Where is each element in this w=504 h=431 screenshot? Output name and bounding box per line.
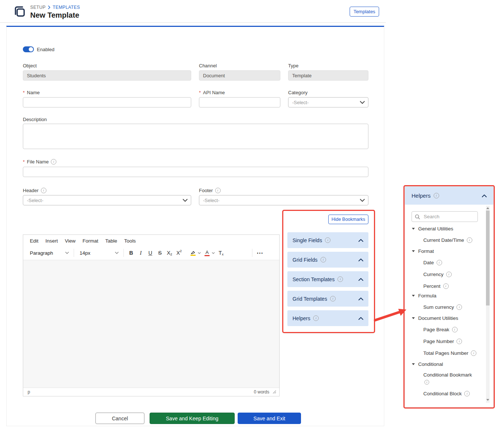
- highlight-color-button[interactable]: [188, 248, 198, 258]
- info-icon[interactable]: [437, 260, 442, 265]
- description-textarea[interactable]: [23, 124, 368, 149]
- editor-toolbar: Paragraph 14px B I U S X2 X2: [23, 246, 279, 260]
- header-divider: [0, 22, 386, 23]
- menu-insert[interactable]: Insert: [45, 238, 58, 244]
- helpers-panel-header[interactable]: Helpers: [405, 187, 493, 205]
- header-select[interactable]: -Select-: [23, 195, 191, 205]
- tree-item-label: Sum currency: [423, 304, 454, 310]
- chevron-down-icon[interactable]: [212, 252, 215, 254]
- tree-item-sum-currency[interactable]: Sum currency: [423, 304, 462, 310]
- superscript-button[interactable]: X2: [174, 248, 184, 258]
- info-icon[interactable]: [464, 391, 470, 396]
- editor-content[interactable]: [23, 260, 279, 388]
- more-tools-button[interactable]: ⋯: [255, 248, 265, 258]
- accordion-label: Grid Fields: [293, 257, 318, 263]
- tree-item-date[interactable]: Date: [423, 260, 442, 265]
- search-icon: [415, 214, 420, 219]
- scrollbar-thumb[interactable]: [486, 211, 490, 305]
- caret-down-icon: [412, 317, 415, 319]
- tree-item-label: Page Break: [423, 327, 449, 332]
- breadcrumb-templates-link[interactable]: TEMPLATES: [53, 5, 80, 10]
- accordion-helpers[interactable]: Helpers: [287, 310, 368, 326]
- info-icon[interactable]: [471, 350, 476, 356]
- tree-item-percent[interactable]: Percent: [423, 283, 449, 289]
- strikethrough-button[interactable]: S: [155, 248, 165, 258]
- chevron-up-icon: [358, 258, 363, 261]
- category-select[interactable]: -Select-: [288, 97, 368, 107]
- info-icon[interactable]: [456, 304, 462, 310]
- subscript-button[interactable]: X2: [165, 248, 174, 258]
- marker-pen-icon: [190, 250, 196, 254]
- bold-button[interactable]: B: [126, 248, 136, 258]
- tree-group-general-utilities[interactable]: General Utilities: [412, 226, 453, 232]
- tree-item-conditional-bookmark[interactable]: Conditional Bookmark: [423, 372, 472, 378]
- info-icon[interactable]: [41, 188, 46, 193]
- tree-group-label: Conditional: [418, 361, 443, 367]
- menu-edit[interactable]: Edit: [30, 238, 38, 244]
- info-icon[interactable]: [325, 237, 330, 243]
- channel-input: [199, 70, 280, 81]
- tree-item-total-pages-number[interactable]: Total Pages Number: [423, 350, 476, 356]
- accordion-label: Helpers: [293, 315, 310, 321]
- tree-item-conditional-block[interactable]: Conditional Block: [423, 391, 470, 396]
- tree-item-label: Page Number: [423, 339, 454, 344]
- info-icon[interactable]: [51, 159, 56, 165]
- helpers-search-input[interactable]: [423, 213, 475, 220]
- enabled-toggle[interactable]: [23, 46, 34, 52]
- accordion-grid-templates[interactable]: Grid Templates: [287, 291, 368, 307]
- text-color-letter: A: [206, 250, 209, 255]
- italic-button[interactable]: I: [136, 248, 146, 258]
- tree-group-document-utilities[interactable]: Document Utilities: [412, 315, 458, 321]
- info-icon[interactable]: [330, 296, 336, 301]
- tree-group-format[interactable]: Format: [412, 248, 434, 254]
- info-icon[interactable]: [446, 272, 452, 277]
- tree-item-page-break[interactable]: Page Break: [423, 327, 458, 332]
- tree-item-current-date-time[interactable]: Current Date/Time: [423, 237, 472, 243]
- api-name-input[interactable]: [199, 97, 280, 107]
- info-icon[interactable]: [452, 327, 458, 332]
- clear-formatting-button[interactable]: Tx: [216, 248, 226, 258]
- info-icon[interactable]: [456, 339, 462, 344]
- underline-button[interactable]: U: [146, 248, 155, 258]
- resize-handle-icon[interactable]: [273, 390, 276, 394]
- superscript-base: X: [176, 250, 180, 256]
- save-and-keep-editing-button[interactable]: Save and Keep Editing: [150, 413, 235, 424]
- tree-group-formula[interactable]: Formula: [412, 293, 437, 298]
- tree-item-page-number[interactable]: Page Number: [423, 339, 462, 344]
- menu-format[interactable]: Format: [83, 238, 98, 244]
- block-format-dropdown[interactable]: Paragraph: [27, 248, 71, 258]
- accordion-grid-fields[interactable]: Grid Fields: [287, 252, 368, 268]
- chevron-down-icon[interactable]: [198, 252, 201, 254]
- font-size-value: 14px: [80, 250, 90, 256]
- chevron-up-icon: [358, 297, 363, 300]
- text-color-button[interactable]: A: [202, 248, 212, 258]
- info-icon[interactable]: [313, 315, 319, 321]
- info-icon[interactable]: [434, 193, 439, 198]
- font-size-dropdown[interactable]: 14px: [77, 248, 121, 258]
- scrollbar-down-arrow[interactable]: [486, 399, 489, 401]
- file-name-input[interactable]: [23, 167, 368, 177]
- chevron-down-icon: [183, 199, 188, 202]
- info-icon[interactable]: [337, 276, 343, 282]
- templates-button[interactable]: Templates: [350, 7, 379, 17]
- info-icon[interactable]: [215, 188, 221, 193]
- info-icon[interactable]: [467, 237, 472, 243]
- info-icon[interactable]: [443, 283, 449, 289]
- tree-item-currency[interactable]: Currency: [423, 272, 452, 277]
- info-icon[interactable]: [424, 380, 429, 385]
- scrollbar-up-arrow[interactable]: [486, 207, 489, 209]
- cancel-button[interactable]: Cancel: [95, 413, 144, 424]
- accordion-section-templates[interactable]: Section Templates: [287, 271, 368, 287]
- hide-bookmarks-button[interactable]: Hide Bookmarks: [328, 215, 368, 224]
- menu-view[interactable]: View: [65, 238, 76, 244]
- menu-table[interactable]: Table: [105, 238, 117, 244]
- breadcrumb-setup[interactable]: SETUP: [30, 5, 46, 10]
- info-icon[interactable]: [321, 257, 326, 262]
- name-input[interactable]: [23, 97, 191, 107]
- tree-group-conditional[interactable]: Conditional: [412, 361, 443, 367]
- enabled-label: Enabled: [37, 47, 55, 52]
- footer-select[interactable]: -Select-: [199, 195, 368, 205]
- accordion-single-fields[interactable]: Single Fields: [287, 232, 368, 248]
- save-and-exit-button[interactable]: Save and Exit: [238, 413, 301, 424]
- menu-tools[interactable]: Tools: [124, 238, 136, 244]
